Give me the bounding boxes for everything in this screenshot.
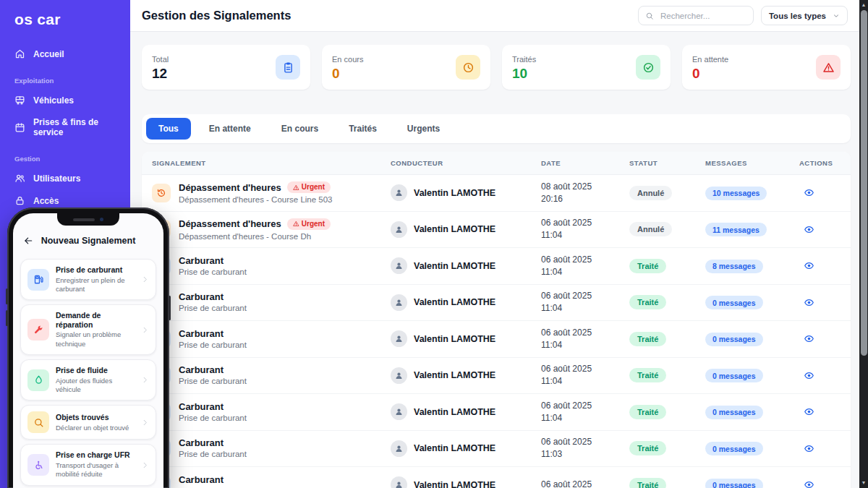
eye-icon xyxy=(804,260,814,271)
status-badge: Annulé xyxy=(629,222,672,236)
view-button[interactable] xyxy=(802,223,816,236)
signalement-text: CarburantPrise de carburant xyxy=(179,256,247,277)
table-row: CarburantPrise de carburantValentin LAMO… xyxy=(142,285,851,322)
statut-cell: Traité xyxy=(629,441,705,455)
search-icon xyxy=(645,12,654,20)
status-badge: Traité xyxy=(629,441,666,455)
view-button[interactable] xyxy=(802,478,816,488)
phone-item-prise-de-fluide[interactable]: Prise de fluideAjouter des fluides véhic… xyxy=(20,359,156,401)
phone-item-title: Prise de carburant xyxy=(56,265,135,275)
user-icon xyxy=(394,407,404,416)
tab-tous[interactable]: Tous xyxy=(146,118,191,140)
phone-item-title: Objets trouvés xyxy=(56,413,129,422)
avatar xyxy=(391,403,407,420)
sidebar-item-accueil[interactable]: Accueil xyxy=(0,43,130,65)
messages-cell: 0 messages xyxy=(705,296,799,310)
date-cell: 06 août 202511:04 xyxy=(541,400,629,424)
user-icon xyxy=(394,225,404,234)
signalement-cell: CarburantPrise de carburant xyxy=(152,475,391,488)
sidebar-item-utilisateurs[interactable]: Utilisateurs xyxy=(0,167,130,189)
column-header-date: Date xyxy=(541,159,629,167)
chevron-right-icon xyxy=(141,275,149,283)
column-header-messages: Messages xyxy=(705,159,799,167)
signalement-subtitle: Prise de carburant xyxy=(179,268,247,277)
view-button[interactable] xyxy=(802,405,816,419)
signalement-text: CarburantPrise de carburant xyxy=(179,402,247,423)
signalement-title: Carburant xyxy=(179,329,247,338)
stat-icon-box xyxy=(636,55,660,80)
tab-en-cours[interactable]: En cours xyxy=(269,118,331,140)
eye-icon xyxy=(804,479,814,488)
status-badge: Traité xyxy=(629,295,666,309)
tab-en-attente[interactable]: En attente xyxy=(197,118,263,140)
sidebar-item-prises-fins-de-service[interactable]: Prises & fins de service xyxy=(0,111,130,143)
phone-item-prise-en-charge-ufr[interactable]: Prise en charge UFRTransport d'usager à … xyxy=(20,444,156,485)
search-box[interactable] xyxy=(638,6,754,25)
signalement-cell: CarburantPrise de carburant xyxy=(152,329,391,350)
view-button[interactable] xyxy=(802,442,816,455)
statut-cell: Traité xyxy=(629,405,705,419)
search-input[interactable] xyxy=(659,11,746,21)
signalement-title: Carburant xyxy=(179,475,247,484)
tab-urgents[interactable]: Urgents xyxy=(395,118,452,140)
fuel-icon xyxy=(33,274,44,285)
date-cell: 06 août 202511:04 xyxy=(541,254,629,278)
actions-cell xyxy=(799,223,850,236)
phone-screen: Nouveau Signalement Prise de carburantEn… xyxy=(13,213,163,488)
view-button[interactable] xyxy=(802,259,816,273)
urgent-badge: Urgent xyxy=(287,218,331,230)
signalement-cell: CarburantPrise de carburant xyxy=(152,438,391,459)
status-badge: Traité xyxy=(629,332,666,346)
time-value: 11:04 xyxy=(541,266,629,278)
messages-badge: 0 messages xyxy=(705,442,763,455)
stat-card-en-attente: En attente0 xyxy=(682,45,851,90)
stat-value: 0 xyxy=(332,67,363,80)
scrollbar-down-arrow[interactable]: ▼ xyxy=(859,479,868,487)
time-value: 11:04 xyxy=(541,375,629,388)
signalement-title: Carburant xyxy=(179,292,247,301)
eye-icon xyxy=(804,406,814,417)
statut-cell: Annulé xyxy=(629,186,705,200)
stat-label: Traités xyxy=(512,55,536,64)
view-button[interactable] xyxy=(802,369,816,382)
messages-cell: 11 messages xyxy=(705,223,799,237)
page-scrollbar[interactable]: ▲ ▼ xyxy=(859,0,868,488)
phone-item-demande-de-reparation[interactable]: Demande de réparationSignaler un problèm… xyxy=(20,304,156,355)
scrollbar-up-arrow[interactable]: ▲ xyxy=(859,1,868,9)
statut-cell: Traité xyxy=(629,478,705,488)
sidebar-item-vehicules[interactable]: Véhicules xyxy=(0,89,130,111)
topbar: Gestion des Signalements Tous les types xyxy=(130,0,859,32)
phone-item-prise-de-carburant[interactable]: Prise de carburantEnregistrer un plein d… xyxy=(20,259,156,300)
user-icon xyxy=(394,480,404,488)
phone-item-text: Demande de réparationSignaler un problèm… xyxy=(56,311,135,348)
view-button[interactable] xyxy=(802,332,816,346)
search-icon xyxy=(645,12,654,20)
avatar xyxy=(391,184,407,201)
statut-cell: Traité xyxy=(629,368,705,382)
signalement-text: CarburantPrise de carburant xyxy=(179,438,247,459)
warning-icon xyxy=(293,184,299,191)
date-cell: 06 août 202511:04 xyxy=(541,217,629,241)
actions-cell xyxy=(799,478,850,488)
view-button[interactable] xyxy=(802,186,816,200)
status-badge: Annulé xyxy=(629,186,672,200)
type-filter-dropdown[interactable]: Tous les types xyxy=(761,6,848,25)
phone-item-objets-trouves[interactable]: Objets trouvésDéclarer un objet trouvé xyxy=(20,405,156,440)
scrollbar-thumb[interactable] xyxy=(861,10,867,356)
table-row: Dépassement d'heuresUrgentDépassement d'… xyxy=(142,212,851,249)
signalement-title: Carburant xyxy=(179,365,247,374)
conducteur-cell: Valentin LAMOTHE xyxy=(391,257,541,274)
warning-icon xyxy=(822,61,835,74)
signalement-title: Dépassement d'heuresUrgent xyxy=(179,218,331,230)
chevron_right-icon xyxy=(141,326,149,334)
status-badge: Traité xyxy=(629,259,666,273)
signalement-cell: CarburantPrise de carburant xyxy=(152,402,391,423)
view-button[interactable] xyxy=(802,296,816,309)
avatar xyxy=(391,367,407,384)
messages-cell: 0 messages xyxy=(705,478,799,488)
tab-traites[interactable]: Traités xyxy=(336,118,389,140)
signalement-title: Carburant xyxy=(179,402,247,411)
urgent-badge: Urgent xyxy=(287,181,331,193)
date-value: 08 août 2025 xyxy=(541,181,629,193)
back-arrow-button[interactable] xyxy=(23,236,33,246)
